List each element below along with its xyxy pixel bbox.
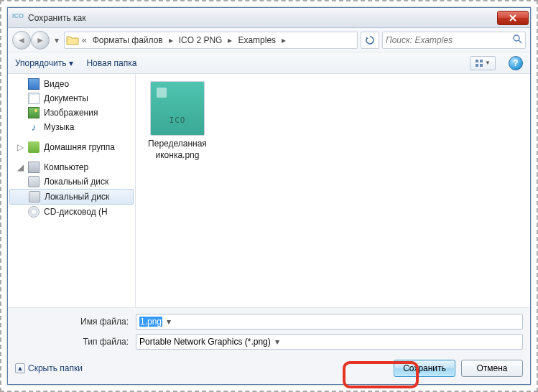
organize-button[interactable]: Упорядочить ▾ bbox=[15, 58, 73, 68]
view-icon bbox=[475, 59, 483, 67]
sidebar-item-images[interactable]: Изображения bbox=[8, 106, 135, 120]
disk-icon bbox=[29, 191, 40, 202]
back-button[interactable]: ◄ bbox=[12, 31, 31, 50]
sidebar-item-computer[interactable]: ◢Компьютер bbox=[8, 160, 135, 174]
toolbar: Упорядочить ▾ Новая папка ▼ ? bbox=[8, 52, 530, 74]
svg-point-0 bbox=[514, 35, 519, 41]
save-as-dialog: ICO Сохранить как ◄ ► ▾ « Форматы файлов… bbox=[7, 7, 531, 385]
sidebar-item-disk[interactable]: Локальный диск bbox=[9, 189, 134, 205]
breadcrumb-bar[interactable]: « Форматы файлов ▸ ICO 2 PNG ▸ Examples … bbox=[64, 32, 358, 49]
filename-label: Имя файла: bbox=[15, 317, 136, 327]
chevron-right-icon: ▸ bbox=[167, 35, 175, 45]
breadcrumb-item[interactable]: Форматы файлов bbox=[90, 35, 166, 45]
save-button[interactable]: Сохранить bbox=[394, 360, 455, 377]
refresh-icon bbox=[365, 35, 375, 45]
music-icon: ♪ bbox=[28, 121, 40, 133]
folder-icon bbox=[66, 34, 79, 46]
sidebar-item-homegroup[interactable]: ▷Домашняя группа bbox=[8, 140, 135, 154]
svg-line-1 bbox=[519, 40, 521, 43]
file-item[interactable]: ICO Переделанная иконка.png bbox=[143, 81, 212, 161]
svg-rect-2 bbox=[476, 60, 478, 62]
sidebar-item-cd[interactable]: CD-дисковод (H bbox=[8, 205, 135, 219]
help-button[interactable]: ? bbox=[509, 56, 523, 70]
hide-folders-toggle[interactable]: ▲ Скрыть папки bbox=[15, 363, 83, 373]
chevron-left-icon: « bbox=[80, 35, 88, 45]
chevron-right-icon: ▸ bbox=[226, 35, 233, 45]
filename-input[interactable]: 1.png bbox=[136, 314, 523, 330]
chevron-down-icon: ▼ bbox=[485, 60, 491, 66]
close-icon bbox=[509, 14, 516, 22]
file-thumbnail: ICO bbox=[150, 81, 205, 136]
svg-rect-4 bbox=[476, 64, 478, 67]
sidebar-item-disk[interactable]: Локальный диск bbox=[8, 174, 135, 189]
window-title: Сохранить как bbox=[28, 13, 497, 23]
breadcrumb-item[interactable]: Examples bbox=[235, 35, 279, 45]
svg-rect-5 bbox=[480, 64, 483, 67]
sidebar-item-music[interactable]: ♪Музыка bbox=[8, 120, 135, 134]
cd-icon bbox=[28, 206, 40, 218]
chevron-down-icon: ▾ bbox=[69, 58, 73, 68]
bottom-panel: Имя файла: 1.png Тип файла: Portable Net… bbox=[8, 307, 530, 384]
nav-history-dropdown[interactable]: ▾ bbox=[52, 33, 61, 47]
document-icon bbox=[28, 93, 40, 104]
nav-row: ◄ ► ▾ « Форматы файлов ▸ ICO 2 PNG ▸ Exa… bbox=[8, 28, 530, 52]
close-button[interactable] bbox=[497, 11, 529, 25]
new-folder-button[interactable]: Новая папка bbox=[86, 58, 136, 68]
computer-icon bbox=[28, 162, 40, 173]
sidebar-item-video[interactable]: Видео bbox=[8, 77, 135, 91]
title-bar: ICO Сохранить как bbox=[8, 8, 530, 28]
search-box[interactable] bbox=[382, 32, 526, 49]
chevron-up-icon: ▲ bbox=[15, 363, 25, 373]
disk-icon bbox=[28, 176, 40, 187]
sidebar: Видео Документы Изображения ♪Музыка ▷Дом… bbox=[8, 74, 136, 307]
expander-icon[interactable]: ◢ bbox=[17, 162, 24, 172]
sidebar-item-documents[interactable]: Документы bbox=[8, 91, 135, 106]
chevron-right-icon: ▸ bbox=[280, 35, 287, 45]
view-mode-button[interactable]: ▼ bbox=[470, 56, 496, 70]
file-pane[interactable]: ICO Переделанная иконка.png bbox=[136, 74, 530, 307]
filetype-dropdown[interactable]: Portable Network Graphics (*.png) bbox=[136, 334, 523, 350]
forward-button[interactable]: ► bbox=[31, 31, 50, 50]
svg-rect-3 bbox=[480, 60, 483, 62]
file-name-label: Переделанная иконка.png bbox=[143, 139, 212, 161]
cancel-button[interactable]: Отмена bbox=[461, 360, 523, 377]
search-input[interactable] bbox=[386, 35, 509, 45]
homegroup-icon bbox=[28, 141, 40, 153]
image-icon bbox=[28, 107, 40, 118]
breadcrumb-item[interactable]: ICO 2 PNG bbox=[176, 35, 226, 45]
expander-icon[interactable]: ▷ bbox=[17, 142, 24, 152]
refresh-button[interactable] bbox=[361, 32, 379, 49]
app-icon: ICO bbox=[12, 12, 24, 24]
search-icon bbox=[512, 34, 522, 46]
filetype-label: Тип файла: bbox=[15, 337, 136, 347]
video-icon bbox=[28, 78, 40, 90]
